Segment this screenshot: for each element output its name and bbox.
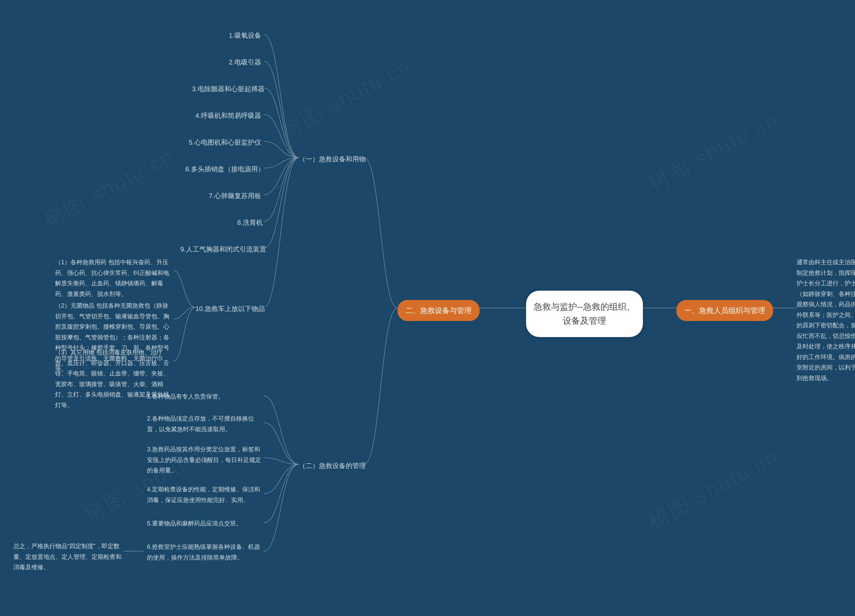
sub-b-item-2: 2.各种物品须定点存放，不可擅自移换位置，以免紧急时不能迅速取用。 bbox=[147, 414, 264, 435]
watermark: 树图 shutu.cn bbox=[643, 442, 784, 535]
sub-a-item-10: 10.急救车上放以下物品 bbox=[195, 303, 265, 314]
sub-b-item-1: 1.各种物品有专人负责保管。 bbox=[147, 392, 264, 402]
sub-b-title: （二）急救设备的管理 bbox=[299, 460, 366, 471]
watermark: 树图 shutu.cn bbox=[38, 142, 179, 235]
sub-a-item-9: 9.人工气胸器和闭式引流装置 bbox=[180, 244, 266, 254]
watermark: 树图 shutu.cn bbox=[276, 51, 417, 145]
sub-b-item-4: 4.定期检查设备的性能，定期维修、保洁和消毒，保证应急使用性能完好、实用。 bbox=[147, 484, 264, 506]
sub-a-item-4: 4.呼吸机和简易呼吸器 bbox=[195, 110, 261, 121]
sub-a-item-7: 7.心肺脑复苏用板 bbox=[209, 190, 261, 201]
sub-a-title: （一）急救设备和用物 bbox=[299, 154, 366, 164]
sub-b-item6-note: 总之，严格执行物品“四定制度”，即定数量、定放置地点、定人管理、定期检查和消毒及… bbox=[13, 541, 125, 573]
branch-right-title: 一、急救人员组织与管理 bbox=[676, 300, 773, 321]
sub-a-item-5: 5.心电图机和心脏监护仪 bbox=[189, 137, 261, 148]
sub-a-item10-sub1: （1）各种急救用药 包括中枢兴奋药、升压药、强心药、抗心律失常药、纠正酸碱和电解… bbox=[55, 257, 174, 299]
watermark: 树图 shutu.cn bbox=[643, 105, 784, 198]
sub-a-item-3: 3.电除颤器和心脏起搏器 bbox=[192, 84, 265, 94]
sub-b-item-5: 5.重要物品和麻醉药品应清点交班。 bbox=[147, 518, 264, 529]
branch-left-title: 二、急救设备与管理 bbox=[397, 300, 480, 321]
mindmap-canvas: 树图 shutu.cn 树图 shutu.cn 树图 shutu.cn 树图 s… bbox=[0, 0, 855, 616]
sub-a-item-6: 6.多头插销盘（接电源用） bbox=[185, 164, 265, 175]
branch-right-detail: 通常由科主任或主治医师负责组织抢救小组，制定抢救计划，指挥现场抢救行动。护理则由… bbox=[797, 257, 855, 383]
sub-b-item-6: 6.抢救室护士应能熟练掌握各种设备、机器的使用，操作方法及排除简单故障。 bbox=[147, 542, 264, 563]
sub-b-item-3: 3.急救药品按其作用分类定位放置，标签和安瓿上的药品含量必须醒目，每日补足规定的… bbox=[147, 444, 264, 476]
sub-a-item-2: 2.电吸引器 bbox=[229, 57, 261, 67]
root-node: 急救与监护--急救的组织、设备及管理 bbox=[526, 291, 643, 337]
sub-a-item-1: 1.吸氧设备 bbox=[229, 30, 261, 41]
sub-a-item-8: 8.洗胃机 bbox=[237, 217, 263, 228]
